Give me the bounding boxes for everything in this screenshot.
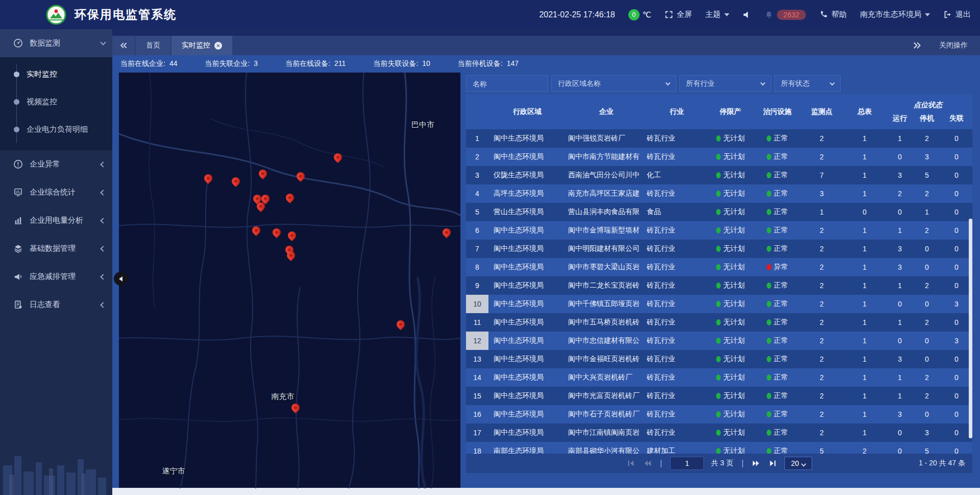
- table-header: 行政区域 企业 行业 停限产 治污设施 监测点 总表 点位状态 运行 停机 失联: [466, 95, 972, 129]
- column-header-monitor-points: 监测点: [801, 95, 843, 129]
- stat-value: 10: [422, 59, 430, 68]
- cell-industry: 砖瓦行业: [647, 258, 707, 276]
- table-row[interactable]: 17阆中生态环境局阆中市江南镇阆南页岩砖瓦行业无计划正常21030: [466, 423, 972, 442]
- facility-status-label: 正常: [774, 152, 788, 161]
- map-container[interactable]: 巴中市南充市遂宁市: [119, 73, 460, 488]
- table-row[interactable]: 12阆中生态环境局阆中市忠信建材有限公砖瓦行业无计划正常21003: [466, 332, 972, 350]
- help-button[interactable]: 帮助: [819, 10, 847, 19]
- table-scrollbar[interactable]: [969, 129, 972, 454]
- stats-icon: [13, 187, 23, 197]
- status-dot-green-icon: [716, 227, 721, 233]
- sidebar-section-4[interactable]: 企业用电量分析: [0, 206, 112, 234]
- sidebar-section-5[interactable]: 基础数据管理: [0, 234, 112, 263]
- cell-company: 阆中市枣碧大梁山页岩: [566, 258, 647, 276]
- double-chevron-right-icon[interactable]: [913, 41, 922, 50]
- cell-lost: 0: [941, 221, 972, 240]
- table-row[interactable]: 2阆中生态环境局阆中市南方节能建材有砖瓦行业无计划正常21030: [466, 148, 972, 166]
- cell-index: 1: [466, 129, 488, 148]
- sidebar-item-视频监控[interactable]: 视频监控: [0, 88, 112, 115]
- cell-monitor-points: 2: [801, 221, 843, 240]
- tab-首页[interactable]: 首页: [136, 36, 170, 55]
- tabs-scroll-left-button[interactable]: [112, 36, 135, 55]
- cell-stop-production: 无计划: [707, 368, 754, 387]
- cell-company: 阆中市忠信建材有限公: [566, 332, 647, 350]
- close-tab-icon[interactable]: ✕: [214, 42, 222, 50]
- theme-menu[interactable]: 主题: [705, 10, 729, 19]
- cell-industry: 化工: [647, 166, 707, 184]
- cell-total-meter: 1: [843, 221, 887, 240]
- user-menu[interactable]: 南充市生态环境局: [860, 10, 930, 19]
- table-row[interactable]: 8阆中生态环境局阆中市枣碧大梁山页岩砖瓦行业无计划异常21300: [466, 258, 972, 276]
- notification-bell[interactable]: 2632: [765, 10, 806, 20]
- fullscreen-button[interactable]: 全屏: [665, 10, 692, 19]
- speaker-muted-icon[interactable]: [743, 10, 751, 19]
- next-page-button[interactable]: [752, 459, 761, 468]
- table-row[interactable]: 1阆中生态环境局阆中强锐页岩砖厂砖瓦行业无计划正常21120: [466, 129, 972, 148]
- facility-status-label: 正常: [774, 336, 788, 345]
- table-row[interactable]: 16阆中生态环境局阆中市石子页岩机砖厂砖瓦行业无计划正常21300: [466, 405, 972, 423]
- sidebar-section-2[interactable]: 企业异常: [0, 150, 112, 178]
- table-row[interactable]: 7阆中生态环境局阆中明阳建材有限公司砖瓦行业无计划正常21300: [466, 240, 972, 258]
- status-dot-green-icon: [716, 264, 721, 270]
- table-row[interactable]: 15阆中生态环境局阆中市光富页岩机砖厂砖瓦行业无计划正常21120: [466, 387, 972, 405]
- sidebar-item-企业电力负荷明细[interactable]: 企业电力负荷明细: [0, 115, 112, 143]
- table-row[interactable]: 13阆中生态环境局阆中市金福旺页岩机砖砖瓦行业无计划正常21300: [466, 350, 972, 368]
- cell-lost: 0: [941, 276, 972, 295]
- industry-filter-select[interactable]: 所有行业: [679, 75, 771, 92]
- cell-monitor-points: 2: [801, 368, 843, 387]
- double-chevron-left-icon: [119, 41, 128, 50]
- scrollbar-thumb[interactable]: [969, 219, 972, 438]
- table-row[interactable]: 6阆中生态环境局阆中市金博瑞新型墙材砖瓦行业无计划正常21120: [466, 221, 972, 240]
- temperature-unit: ℃: [643, 10, 651, 19]
- cell-lost: 0: [941, 442, 972, 454]
- sidebar-section-1[interactable]: 数据监测: [0, 29, 112, 57]
- facility-status-label: 正常: [774, 226, 788, 235]
- sidebar-section-3[interactable]: 企业综合统计: [0, 178, 112, 206]
- table-row[interactable]: 10阆中生态环境局阆中千佛镇五郎垭页岩砖瓦行业无计划正常21003: [466, 295, 972, 313]
- status-dot-green-icon: [767, 356, 771, 362]
- table-row[interactable]: 18南部生态环境局南部县砌华小河有限公建材加工无计划正常52050: [466, 442, 972, 454]
- table-row[interactable]: 3仪陇生态环境局西南油气田分公司川中化工无计划正常71350: [466, 166, 972, 184]
- table-row[interactable]: 14阆中生态环境局阆中大兴页岩机砖厂砖瓦行业无计划正常21120: [466, 368, 972, 387]
- page-size-select[interactable]: 20: [785, 457, 812, 470]
- stop-status-label: 无计划: [723, 152, 745, 161]
- page-number-input[interactable]: [670, 457, 704, 470]
- sidebar-section-label: 企业异常: [30, 159, 101, 169]
- cell-monitor-points: 2: [801, 240, 843, 258]
- cell-total-meter: 1: [843, 332, 887, 350]
- name-filter-input[interactable]: [473, 80, 542, 88]
- sidebar-item-实时监控[interactable]: 实时监控: [0, 60, 112, 88]
- cell-industry: 砖瓦行业: [647, 148, 707, 166]
- previous-page-button[interactable]: [643, 459, 652, 468]
- status-dot-green-icon: [716, 209, 721, 215]
- cell-stopped: 5: [913, 166, 941, 184]
- logout-button[interactable]: 退出: [943, 10, 971, 19]
- cell-running: 0: [887, 332, 913, 350]
- stop-status-label: 无计划: [723, 171, 745, 180]
- table-row[interactable]: 11阆中生态环境局阆中市五马桥页岩机砖砖瓦行业无计划正常21120: [466, 313, 972, 332]
- facility-status-label: 正常: [774, 207, 788, 217]
- first-page-button[interactable]: [626, 459, 635, 468]
- cell-stop-production: 无计划: [707, 332, 754, 350]
- table-row[interactable]: 9阆中生态环境局阆中市二龙长宝页岩砖砖瓦行业无计划正常21120: [466, 276, 972, 295]
- name-filter[interactable]: [466, 75, 548, 92]
- table-row[interactable]: 5营山生态环境局营山县润丰肉食品有限食品无计划正常10010: [466, 203, 972, 221]
- sidebar-section-7[interactable]: 日志查看: [0, 291, 112, 319]
- last-page-button[interactable]: [768, 459, 777, 468]
- status-dot-green-icon: [767, 191, 771, 197]
- sidebar-section-6[interactable]: 应急减排管理: [0, 263, 112, 291]
- city-label-遂宁市: 遂宁市: [162, 466, 185, 476]
- sidebar-section-label: 应急减排管理: [30, 272, 101, 281]
- cell-region: 仪陇生态环境局: [488, 166, 566, 184]
- chevron-left-icon: [100, 161, 106, 167]
- region-filter-select[interactable]: 行政区域名称: [551, 75, 676, 92]
- close-operations-button[interactable]: 关闭操作: [939, 41, 968, 50]
- cell-total-meter: 2: [843, 442, 887, 454]
- tab-实时监控[interactable]: 实时监控✕: [172, 36, 232, 55]
- status-dot-green-icon: [716, 172, 721, 178]
- status-filter-select[interactable]: 所有状态: [774, 75, 841, 92]
- tab-label: 实时监控: [182, 41, 210, 50]
- city-label-南充市: 南充市: [272, 392, 295, 402]
- cell-total-meter: 1: [843, 368, 887, 387]
- table-row[interactable]: 4高坪生态环境局南充市高坪区王家店建砖瓦行业无计划正常31220: [466, 184, 972, 203]
